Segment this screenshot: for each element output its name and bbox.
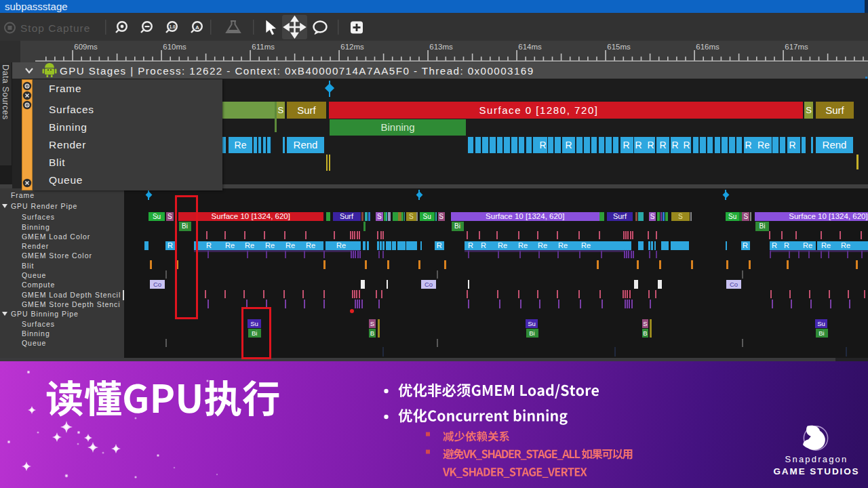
svg-text:GAME STUDIOS: GAME STUDIOS [773, 466, 859, 476]
svg-text:610ms: 610ms [163, 43, 186, 51]
svg-text:614ms: 614ms [518, 43, 542, 51]
svg-text:A: A [195, 24, 199, 30]
svg-text:615ms: 615ms [607, 43, 631, 51]
svg-text:613ms: 613ms [429, 43, 453, 51]
svg-text:Snapdragon: Snapdragon [785, 454, 848, 464]
svg-text:Stop Capture: Stop Capture [20, 22, 90, 34]
svg-text:617ms: 617ms [785, 43, 808, 51]
svg-text:1.0: 1.0 [169, 24, 175, 29]
svg-text:609ms: 609ms [74, 43, 98, 51]
svg-text:616ms: 616ms [696, 43, 719, 51]
svg-text:GPU Stages | Process: 12622 -: GPU Stages | Process: 12622 - Context: 0… [60, 65, 534, 77]
svg-text:612ms: 612ms [340, 43, 364, 51]
svg-text:611ms: 611ms [252, 43, 275, 51]
